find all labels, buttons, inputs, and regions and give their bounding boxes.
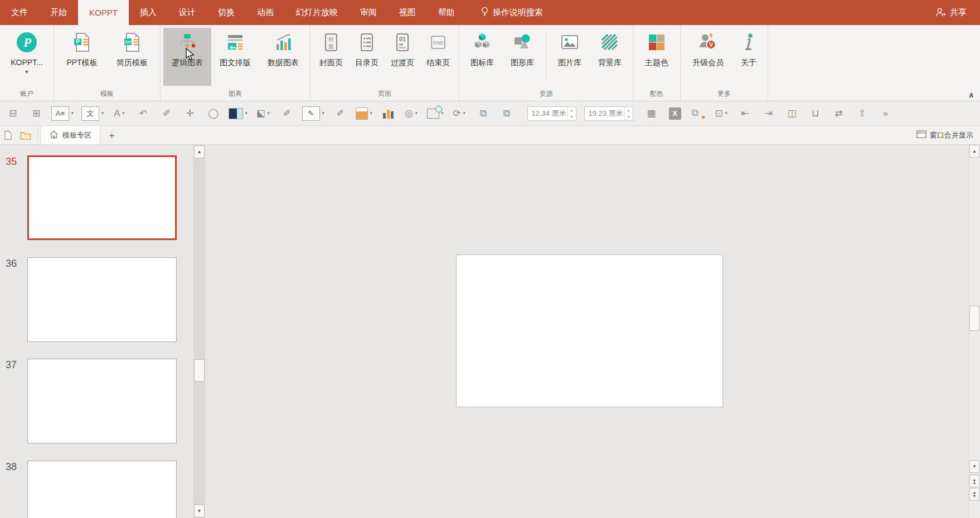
clear-format-icon[interactable]: ↶ bbox=[135, 105, 152, 122]
format-painter-icon[interactable]: ✛ bbox=[182, 105, 198, 122]
ribbon-button-图片库[interactable]: 图片库 bbox=[550, 28, 590, 86]
canvas-scroll-up-button[interactable]: ▲ bbox=[969, 145, 979, 158]
arrange-squares-icon[interactable]: ⧉ bbox=[475, 105, 492, 122]
slide-thumbnail-35[interactable] bbox=[27, 155, 177, 240]
arrange-squares-icon-2[interactable]: ⧉ bbox=[498, 105, 515, 122]
ribbon-button-结束页[interactable]: END结束页 bbox=[420, 28, 456, 86]
merge-windows-button[interactable]: 窗口合并显示 bbox=[916, 126, 980, 144]
next-slide-button[interactable]: ▼▼ bbox=[969, 488, 979, 501]
font-color-icon[interactable]: A▼ bbox=[111, 105, 128, 122]
menu-tab-文件[interactable]: 文件 bbox=[0, 0, 39, 25]
mini-chart-icon[interactable] bbox=[380, 105, 397, 122]
delete-x-icon[interactable]: X bbox=[667, 105, 683, 122]
menu-tab-动画[interactable]: 动画 bbox=[246, 0, 285, 25]
slide-thumbnail-38[interactable] bbox=[27, 461, 177, 518]
ribbon-button-图形库[interactable]: 图形库 bbox=[502, 28, 542, 86]
ribbon-button-主题色[interactable]: 主题色 bbox=[636, 28, 677, 86]
spin-up-icon[interactable]: ▲ bbox=[568, 107, 576, 114]
swap-picture-icon[interactable]: ⇄ bbox=[831, 105, 847, 122]
ribbon-button-关于[interactable]: 关于 bbox=[732, 28, 765, 86]
center-vertical-icon[interactable]: ⊔ bbox=[807, 105, 824, 122]
ribbon-button-简历模板[interactable]: CV简历模板 bbox=[107, 28, 157, 86]
shape-height-input[interactable]: 19.23 厘米▲▼ bbox=[584, 106, 633, 121]
ribbon-button-封面页[interactable]: 封面封面页 bbox=[313, 28, 349, 86]
spin-down-icon[interactable]: ▼ bbox=[625, 114, 633, 120]
spin-down-icon[interactable]: ▼ bbox=[568, 114, 576, 120]
move-top-icon[interactable]: ⇧ bbox=[854, 105, 871, 122]
canvas-scroll-down-button[interactable]: ▼ bbox=[969, 460, 979, 473]
add-tab-button[interactable]: ＋ bbox=[100, 126, 123, 144]
pen-edit-icon[interactable]: ✎▼ bbox=[302, 105, 326, 122]
paint-bucket-icon[interactable]: ⬕▼ bbox=[255, 105, 272, 122]
dropdown-arrow-icon: ▼ bbox=[369, 111, 373, 116]
table-grid-icon[interactable]: ▦ bbox=[643, 105, 660, 122]
canvas-scrollbar[interactable]: ▲ ▼ ▲▲ ▼▼ bbox=[968, 145, 980, 518]
spinner[interactable]: ▲▼ bbox=[624, 107, 633, 120]
spin-up-icon[interactable]: ▲ bbox=[625, 107, 633, 114]
ribbon-group-label: 资源 bbox=[462, 86, 630, 101]
ribbon-button-图标库[interactable]: 图标库 bbox=[462, 28, 502, 86]
menu-tab-切换[interactable]: 切换 bbox=[207, 0, 246, 25]
shape-node-icon[interactable]: ▼ bbox=[427, 105, 445, 122]
share-button[interactable]: 共享 bbox=[950, 7, 967, 18]
new-document-button[interactable] bbox=[0, 126, 16, 144]
ribbon-button-PPT模板[interactable]: PPPT模板 bbox=[57, 28, 107, 86]
collapse-ribbon-button[interactable]: ∧ bbox=[968, 90, 974, 99]
dropdown-arrow-icon: ▼ bbox=[100, 111, 105, 116]
move-top-icon-glyph: ⇧ bbox=[858, 107, 866, 119]
ribbon-button-升级会员[interactable]: V升级会员 bbox=[683, 28, 732, 86]
svg-text:封: 封 bbox=[328, 36, 334, 42]
tell-me-search[interactable]: 操作说明搜索 bbox=[481, 0, 543, 25]
scrollbar-thumb[interactable] bbox=[194, 359, 205, 382]
fill-color-swatch[interactable]: ▼ bbox=[229, 105, 249, 122]
overlap-circles-icon[interactable]: ◎▼ bbox=[404, 105, 420, 122]
ribbon-button-目录页[interactable]: 目录页 bbox=[349, 28, 385, 86]
ribbon-button-数据图表[interactable]: 数据图表 bbox=[259, 28, 307, 86]
ribbon-button-逻辑图表[interactable]: 逻辑图表 bbox=[163, 28, 211, 86]
menu-tab-幻灯片放映[interactable]: 幻灯片放映 bbox=[285, 0, 349, 25]
paste-target-icon[interactable]: ⧉➤ bbox=[690, 105, 707, 122]
spinner[interactable]: ▲▼ bbox=[567, 107, 576, 120]
previous-slide-button[interactable]: ▲▲ bbox=[969, 475, 979, 487]
align-left-arrow-icon[interactable]: ⇤ bbox=[737, 105, 754, 122]
tab-template-zone[interactable]: 模板专区 bbox=[40, 126, 100, 144]
shape-fill-swatch[interactable]: ▼ bbox=[356, 105, 373, 122]
shape-width-input[interactable]: 12.34 厘米▲▼ bbox=[527, 106, 576, 121]
menu-tab-设计[interactable]: 设计 bbox=[168, 0, 207, 25]
more-tools-icon[interactable]: » bbox=[877, 105, 894, 122]
menu-tab-帮助[interactable]: 帮助 bbox=[427, 0, 466, 25]
slide-thumbnail-37[interactable] bbox=[27, 359, 177, 443]
slide-thumbnail-36[interactable] bbox=[27, 257, 177, 342]
eyedropper-icon-2[interactable]: ✐ bbox=[279, 105, 295, 122]
rotate-icon[interactable]: ⟳▼ bbox=[452, 105, 468, 122]
cjk-text-style-icon[interactable]: 文▼ bbox=[81, 105, 105, 122]
ribbon-button-label: 升级会员 bbox=[692, 58, 724, 68]
canvas-scrollbar-thumb[interactable] bbox=[969, 306, 979, 331]
menu-tab-视图[interactable]: 视图 bbox=[388, 0, 427, 25]
align-right-arrow-icon[interactable]: ⇥ bbox=[760, 105, 777, 122]
frame-icon[interactable]: ⊡▼ bbox=[714, 105, 730, 122]
ribbon-button-KOPPT...[interactable]: PKOPPT...▼ bbox=[3, 28, 51, 86]
scroll-down-button[interactable]: ▼ bbox=[194, 505, 205, 517]
menu-bar: 文件开始KOPPT插入设计切换动画幻灯片放映审阅视图帮助 操作说明搜索 共享 bbox=[0, 0, 980, 25]
open-folder-button[interactable] bbox=[16, 126, 35, 144]
menu-tab-KOPPT[interactable]: KOPPT bbox=[78, 0, 129, 25]
text-style-icon[interactable]: A≡▼ bbox=[51, 105, 75, 122]
menu-tab-开始[interactable]: 开始 bbox=[39, 0, 78, 25]
menu-tab-插入[interactable]: 插入 bbox=[129, 0, 168, 25]
eyedropper-icon-3[interactable]: ✐ bbox=[332, 105, 349, 122]
scroll-up-button[interactable]: ▲ bbox=[194, 145, 205, 158]
distribute-objects-icon[interactable]: ⊞ bbox=[28, 105, 45, 122]
menu-tab-审阅[interactable]: 审阅 bbox=[349, 0, 388, 25]
slide-canvas[interactable] bbox=[456, 255, 723, 407]
ribbon-button-过渡页[interactable]: 01过渡页 bbox=[385, 28, 420, 86]
align-objects-icon[interactable]: ⊟ bbox=[4, 105, 21, 122]
ribbon-button-label: 目录页 bbox=[355, 58, 379, 68]
ribbon-button-背景库[interactable]: 背景库 bbox=[590, 28, 630, 86]
center-horizontal-icon[interactable]: ◫ bbox=[784, 105, 801, 122]
ribbon-button-图文排版[interactable]: 图文排版 bbox=[211, 28, 259, 86]
ellipse-tool-icon[interactable]: ◯ bbox=[205, 105, 222, 122]
ribbon-group-label: 页面 bbox=[313, 86, 456, 101]
thumbnail-scrollbar[interactable]: ▲ ▼ bbox=[193, 145, 205, 518]
eyedropper-icon[interactable]: ✐ bbox=[158, 105, 175, 122]
